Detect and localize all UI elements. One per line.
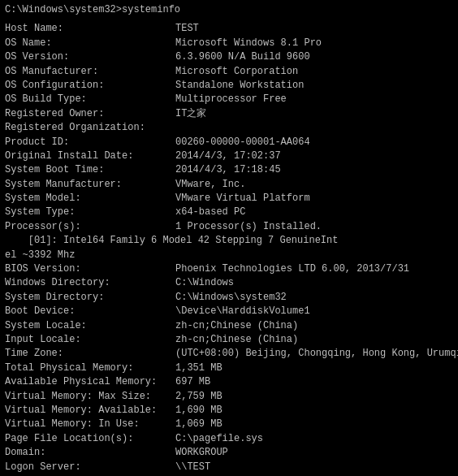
table-row: Host Name:TEST <box>5 22 453 36</box>
table-row: el ~3392 Mhz <box>5 249 453 262</box>
row-label: Product ID: <box>5 136 175 149</box>
row-value: IT之家 <box>175 107 206 121</box>
row-value: zh-cn;Chinese (China) <box>175 333 298 347</box>
table-row: OS Version:6.3.9600 N/A Build 9600 <box>5 50 453 64</box>
row-label: Original Install Date: <box>5 149 175 163</box>
row-label: System Manufacturer: <box>5 178 175 192</box>
row-value: C:\pagefile.sys <box>175 432 263 446</box>
row-label: Time Zone: <box>5 347 175 361</box>
row-value: 2014/4/3, 17:02:37 <box>175 149 281 163</box>
row-label: System Type: <box>5 206 175 219</box>
row-value: Standalone Workstation <box>175 79 304 93</box>
row-label: OS Build Type: <box>5 93 175 106</box>
row-value: Phoenix Technologies LTD 6.00, 2013/7/31 <box>175 262 409 276</box>
row-label: OS Version: <box>5 50 175 64</box>
table-row: Windows Directory:C:\Windows <box>5 276 453 290</box>
row-label: Registered Owner: <box>5 107 175 121</box>
table-row: OS Configuration:Standalone Workstation <box>5 79 453 93</box>
row-label: el ~3392 Mhz <box>5 249 175 262</box>
row-value: Microsoft Windows 8.1 Pro <box>175 37 322 50</box>
table-row: [01]: Intel64 Family 6 Model 42 Stepping… <box>5 234 453 248</box>
row-label: Virtual Memory: Max Size: <box>5 390 175 404</box>
table-row: System Directory:C:\Windows\system32 <box>5 291 453 305</box>
row-label: OS Name: <box>5 37 175 50</box>
row-value: \Device\HarddiskVolume1 <box>175 305 310 318</box>
table-row: OS Build Type:Multiprocessor Free <box>5 93 453 106</box>
row-label: System Boot Time: <box>5 163 175 177</box>
row-value: 697 MB <box>175 375 210 389</box>
table-row: Boot Device:\Device\HarddiskVolume1 <box>5 305 453 318</box>
table-row: System Model:VMware Virtual Platform <box>5 192 453 206</box>
row-label: Registered Organization: <box>5 121 175 135</box>
table-row: System Manufacturer:VMware, Inc. <box>5 178 453 192</box>
row-label: Total Physical Memory: <box>5 361 175 375</box>
row-label: BIOS Version: <box>5 262 175 276</box>
row-label: OS Manufacturer: <box>5 65 175 79</box>
row-label: Virtual Memory: In Use: <box>5 418 175 431</box>
row-label: Windows Directory: <box>5 276 175 290</box>
row-value: [01]: Intel64 Family 6 Model 42 Stepping… <box>5 234 338 248</box>
row-value: \\TEST <box>175 461 210 474</box>
row-value: 1,351 MB <box>175 361 223 375</box>
table-row: Original Install Date:2014/4/3, 17:02:37 <box>5 149 453 163</box>
table-row: Logon Server:\\TEST <box>5 461 453 474</box>
row-value: Multiprocessor Free <box>175 93 287 106</box>
row-label: System Locale: <box>5 319 175 333</box>
table-row: Page File Location(s):C:\pagefile.sys <box>5 432 453 446</box>
row-label: Virtual Memory: Available: <box>5 404 175 418</box>
table-row: Total Physical Memory:1,351 MB <box>5 361 453 375</box>
row-value: 2,759 MB <box>175 390 223 404</box>
row-value: VMware, Inc. <box>175 178 245 192</box>
row-label: OS Configuration: <box>5 79 175 93</box>
row-value: x64-based PC <box>175 206 245 219</box>
table-row: Time Zone:(UTC+08:00) Beijing, Chongqing… <box>5 347 453 361</box>
table-row: System Boot Time:2014/4/3, 17:18:45 <box>5 163 453 177</box>
row-value: 2014/4/3, 17:18:45 <box>175 163 281 177</box>
row-value: 1 Processor(s) Installed. <box>175 220 322 234</box>
row-label: Host Name: <box>5 22 175 36</box>
table-row: OS Name:Microsoft Windows 8.1 Pro <box>5 37 453 50</box>
row-value: 1,690 MB <box>175 404 223 418</box>
row-value: zh-cn;Chinese (China) <box>175 319 298 333</box>
table-row: Product ID:00260-00000-00001-AA064 <box>5 136 453 149</box>
table-row: Virtual Memory: In Use:1,069 MB <box>5 418 453 431</box>
table-row: Registered Owner:IT之家 <box>5 107 453 121</box>
row-value: VMware Virtual Platform <box>175 192 310 206</box>
row-value: TEST <box>175 22 199 36</box>
row-value: (UTC+08:00) Beijing, Chongqing, Hong Kon… <box>175 347 458 361</box>
row-value: C:\Windows\system32 <box>175 291 287 305</box>
row-label: Domain: <box>5 446 175 460</box>
row-value: 6.3.9600 N/A Build 9600 <box>175 50 310 64</box>
table-row: Virtual Memory: Available:1,690 MB <box>5 404 453 418</box>
row-label: Boot Device: <box>5 305 175 318</box>
row-value: 00260-00000-00001-AA064 <box>175 136 310 149</box>
table-row: Available Physical Memory:697 MB <box>5 375 453 389</box>
row-value: 1,069 MB <box>175 418 223 431</box>
table-row: OS Manufacturer:Microsoft Corporation <box>5 65 453 79</box>
row-label: Processor(s): <box>5 220 175 234</box>
table-row: BIOS Version:Phoenix Technologies LTD 6.… <box>5 262 453 276</box>
row-label: System Directory: <box>5 291 175 305</box>
table-row: System Locale:zh-cn;Chinese (China) <box>5 319 453 333</box>
table-row: Input Locale:zh-cn;Chinese (China) <box>5 333 453 347</box>
row-label: Page File Location(s): <box>5 432 175 446</box>
table-row: Registered Organization: <box>5 121 453 135</box>
row-label: Available Physical Memory: <box>5 375 175 389</box>
row-value: WORKGROUP <box>175 446 228 460</box>
row-value: Microsoft Corporation <box>175 65 298 79</box>
row-value: C:\Windows <box>175 276 234 290</box>
row-label: Logon Server: <box>5 461 175 474</box>
row-label: System Model: <box>5 192 175 206</box>
table-row: Processor(s):1 Processor(s) Installed. <box>5 220 453 234</box>
table-row: System Type:x64-based PC <box>5 206 453 219</box>
terminal-window: C:\Windows\system32>systeminfo Host Name… <box>0 0 458 476</box>
command-line: C:\Windows\system32>systeminfo <box>5 3 453 17</box>
row-label: Input Locale: <box>5 333 175 347</box>
table-row: Domain:WORKGROUP <box>5 446 453 460</box>
table-row: Virtual Memory: Max Size:2,759 MB <box>5 390 453 404</box>
